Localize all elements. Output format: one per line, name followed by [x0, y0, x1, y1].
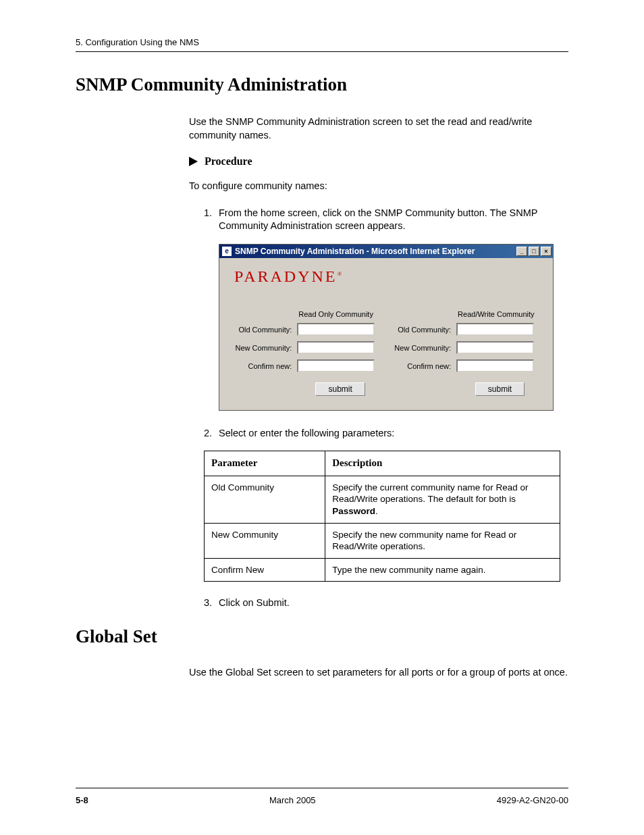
ie-icon: e: [222, 247, 232, 256]
close-button[interactable]: ×: [541, 247, 552, 256]
footer-date: March 2005: [269, 795, 316, 805]
brand-logo: PARADYNE®: [226, 265, 546, 307]
step-list-cont: 2. Select or enter the following paramet…: [204, 427, 568, 440]
param-name: Confirm New: [205, 558, 325, 582]
header-parameter: Parameter: [205, 451, 325, 476]
procedure-intro: To configure community names:: [189, 180, 568, 193]
step-2: 2. Select or enter the following paramet…: [204, 427, 568, 440]
chapter-label: 5. Configuration Using the NMS: [76, 37, 199, 47]
embedded-screenshot: e SNMP Community Administration - Micros…: [219, 244, 554, 411]
old-community-input-left[interactable]: [297, 323, 375, 336]
page-number: 5-8: [76, 795, 88, 805]
step-text: Click on Submit.: [219, 597, 568, 610]
submit-button-right[interactable]: submit: [475, 382, 525, 396]
window-title: SNMP Community Administration - Microsof…: [235, 247, 475, 256]
label-new-right: New Community:: [386, 339, 454, 357]
procedure-arrow-icon: [189, 157, 198, 166]
param-name: Old Community: [205, 476, 325, 523]
minimize-button[interactable]: _: [516, 247, 527, 256]
page-header: 5. Configuration Using the NMS: [76, 37, 568, 52]
globalset-intro: Use the Global Set screen to set paramet…: [189, 666, 568, 680]
panel-title-right: Read/Write Community: [454, 307, 546, 321]
param-desc: Type the new community name again.: [325, 558, 560, 582]
step-text: Select or enter the following parameters…: [219, 427, 568, 440]
label-confirm-left: Confirm new:: [226, 357, 294, 376]
window-titlebar: e SNMP Community Administration - Micros…: [219, 245, 553, 258]
submit-button-left[interactable]: submit: [315, 382, 365, 396]
parameter-table: Parameter Description Old Community Spec…: [204, 451, 560, 582]
window-body: PARADYNE® Read Only Community Old Commun…: [219, 258, 553, 410]
confirm-new-input-right[interactable]: [456, 359, 534, 372]
step-number: 1.: [204, 207, 219, 233]
procedure-heading: Procedure: [189, 155, 568, 168]
step-list-cont2: 3. Click on Submit.: [204, 597, 568, 610]
param-desc: Specify the new community name for Read …: [325, 523, 560, 558]
label-old-left: Old Community:: [226, 321, 294, 339]
read-write-panel: Read/Write Community Old Community: New …: [386, 307, 546, 398]
confirm-new-input-left[interactable]: [297, 359, 375, 372]
read-only-panel: Read Only Community Old Community: New C…: [226, 307, 386, 398]
label-confirm-right: Confirm new:: [386, 357, 454, 376]
maximize-button[interactable]: □: [529, 247, 539, 256]
table-row: New Community Specify the new community …: [205, 523, 560, 558]
footer-docid: 4929-A2-GN20-00: [497, 795, 568, 805]
section-title-globalset: Global Set: [76, 626, 568, 647]
step-list: 1. From the home screen, click on the SN…: [204, 207, 568, 233]
step-3: 3. Click on Submit.: [204, 597, 568, 610]
procedure-label: Procedure: [205, 155, 252, 168]
step-number: 2.: [204, 427, 219, 440]
old-community-input-right[interactable]: [456, 323, 534, 336]
label-new-left: New Community:: [226, 339, 294, 357]
step-number: 3.: [204, 597, 219, 610]
step-1: 1. From the home screen, click on the SN…: [204, 207, 568, 233]
table-row: Old Community Specify the current commun…: [205, 476, 560, 523]
label-old-right: Old Community:: [386, 321, 454, 339]
table-row: Confirm New Type the new community name …: [205, 558, 560, 582]
param-desc: Specify the current community name for R…: [325, 476, 560, 523]
section-title-snmp: SNMP Community Administration: [76, 74, 568, 95]
section-intro: Use the SNMP Community Administration sc…: [189, 116, 568, 142]
page-content: SNMP Community Administration Use the SN…: [76, 74, 568, 692]
new-community-input-left[interactable]: [297, 341, 375, 354]
header-description: Description: [325, 451, 560, 476]
page-footer: 5-8 March 2005 4929-A2-GN20-00: [76, 788, 568, 805]
step-text: From the home screen, click on the SNMP …: [219, 207, 568, 233]
param-name: New Community: [205, 523, 325, 558]
table-header-row: Parameter Description: [205, 451, 560, 476]
panel-title-left: Read Only Community: [294, 307, 386, 321]
new-community-input-right[interactable]: [456, 341, 534, 354]
